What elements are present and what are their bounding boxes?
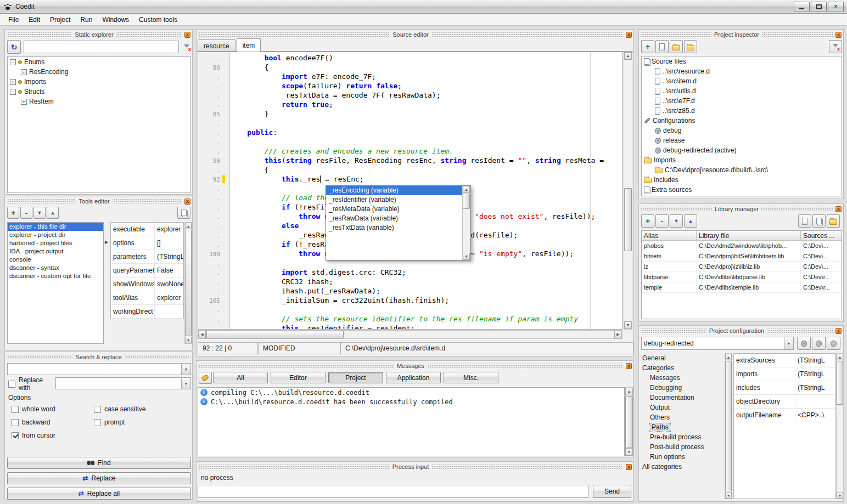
symbol-tree-item[interactable]: ResItem bbox=[8, 97, 190, 106]
project-tree-item[interactable]: C:\Dev\dproj\resource.d\build\..\src\ bbox=[642, 165, 842, 175]
completion-item[interactable]: _resEncoding (variable) bbox=[326, 186, 462, 195]
tool-list-item[interactable]: dscanner - syntax bbox=[8, 264, 103, 272]
messages-scrollbar[interactable]: ▲ ▼ bbox=[625, 387, 633, 456]
expander-icon[interactable] bbox=[10, 89, 16, 95]
panel-close-icon[interactable]: x bbox=[626, 363, 632, 369]
panel-close-icon[interactable]: x bbox=[626, 32, 632, 38]
completion-item[interactable]: _resRawData (variable) bbox=[326, 214, 462, 223]
tool-property-grid[interactable]: executable explorer options [] parameter… bbox=[110, 222, 184, 319]
chevron-down-icon[interactable]: ▼ bbox=[181, 378, 190, 389]
menu-item[interactable]: File bbox=[3, 14, 24, 25]
configuration-select[interactable]: debug-redirected ▼ bbox=[641, 337, 794, 350]
symbol-tree-item[interactable]: Imports bbox=[8, 77, 190, 87]
category-item[interactable]: Documentation bbox=[640, 393, 725, 403]
editor-vscrollbar[interactable]: ▲ ▼ bbox=[624, 52, 632, 330]
category-item[interactable]: Pre-build process bbox=[640, 432, 725, 442]
property-value[interactable]: explorer bbox=[155, 294, 183, 302]
replace-with-checkbox[interactable]: Replace with bbox=[8, 377, 55, 390]
project-tree[interactable]: Source files ..\src\resource.d ..\src\it… bbox=[641, 56, 842, 196]
project-tree-item[interactable]: ..\src\utils.d bbox=[642, 86, 842, 96]
category-item[interactable]: All categories bbox=[640, 462, 725, 472]
project-inspector-header[interactable]: Project inspector x bbox=[639, 30, 843, 38]
add-tool-button[interactable] bbox=[7, 207, 19, 219]
expander-icon[interactable] bbox=[21, 69, 27, 75]
symbol-tree[interactable]: Enums ResEncoding Imports Structs bbox=[7, 56, 191, 193]
clear-filter-button[interactable] bbox=[181, 41, 192, 53]
tools-editor-header[interactable]: Tools editor x bbox=[5, 196, 192, 205]
option-checkbox[interactable]: case sensitive bbox=[94, 403, 176, 416]
project-tree-item[interactable]: debug bbox=[642, 126, 842, 135]
tool-list-item[interactable]: explorer - this file dir bbox=[8, 223, 103, 231]
column-header-alias[interactable]: Alias bbox=[642, 231, 697, 241]
completion-list[interactable]: _resEncoding (variable)_resIdentifier (v… bbox=[326, 186, 462, 260]
title-bar[interactable]: Coedit × bbox=[0, 0, 847, 14]
message-filter-button[interactable]: All bbox=[213, 372, 268, 383]
property-value[interactable]: (TStringL bbox=[795, 356, 835, 364]
replace-button[interactable]: Replace bbox=[7, 472, 191, 484]
property-value[interactable]: (TStringL bbox=[155, 253, 183, 261]
project-tree-item[interactable]: release bbox=[642, 135, 842, 145]
add-library-button[interactable] bbox=[641, 214, 654, 228]
property-row[interactable]: imports (TStringL bbox=[734, 367, 835, 381]
search-replace-header[interactable]: Search & replace bbox=[5, 352, 192, 361]
library-row[interactable]: libdparse C:\Dev\dlibs\libdparse.lib C:\… bbox=[642, 272, 842, 282]
completion-item[interactable]: _resIdentifier (variable) bbox=[326, 195, 462, 205]
project-tree-item[interactable]: Configurations bbox=[642, 116, 842, 126]
column-header-sources[interactable]: Sources ... bbox=[801, 231, 842, 241]
property-row[interactable]: queryParamet False bbox=[111, 264, 183, 278]
category-item[interactable]: Others bbox=[640, 412, 725, 422]
process-input-header[interactable]: Process input x bbox=[197, 462, 633, 471]
move-library-down-button[interactable] bbox=[670, 214, 683, 228]
static-explorer-header[interactable]: Static explorer x bbox=[5, 30, 192, 38]
tool-list-item[interactable]: explorer - project dir bbox=[8, 231, 103, 239]
message-row[interactable]: i C:\...\build\resource.d.coedit has bee… bbox=[198, 397, 624, 406]
panel-close-icon[interactable]: x bbox=[626, 464, 632, 470]
property-value[interactable]: explorer bbox=[155, 225, 183, 233]
library-rows[interactable]: phobos C:\Dev\dmd2\windows\lib\phob... C… bbox=[642, 241, 842, 293]
panel-close-icon[interactable]: x bbox=[184, 199, 190, 205]
panel-close-icon[interactable]: x bbox=[835, 328, 842, 334]
send-button[interactable]: Send bbox=[593, 485, 631, 498]
move-tool-down-button[interactable] bbox=[33, 207, 46, 219]
property-row[interactable]: outputFilename <CPP>..\ bbox=[734, 409, 835, 422]
symbol-tree-item[interactable]: ResEncoding bbox=[8, 67, 190, 77]
project-tree-item[interactable]: Extra sources bbox=[642, 185, 842, 195]
replace-all-button[interactable]: Replace all bbox=[7, 488, 191, 500]
message-filter-button[interactable]: Editor bbox=[271, 372, 326, 383]
option-checkbox[interactable]: from cursor bbox=[12, 429, 94, 442]
symbol-tree-item[interactable]: Structs bbox=[8, 87, 190, 97]
category-item[interactable]: Paths bbox=[640, 422, 725, 432]
property-row[interactable]: objectDirectory bbox=[734, 395, 835, 409]
project-configuration-header[interactable]: Project configuration x bbox=[639, 326, 843, 335]
remove-tool-button[interactable] bbox=[20, 207, 32, 219]
editor-hscrollbar[interactable]: ◀ ▶ bbox=[198, 330, 622, 339]
filter-reset-button[interactable] bbox=[829, 40, 842, 53]
library-row[interactable]: bitsets C:\Dev\dproj\bitSet\lib\bitsets.… bbox=[642, 251, 842, 262]
search-combo[interactable]: ▼ bbox=[7, 363, 191, 375]
configuration-scrollbar[interactable]: ▲ ▼ bbox=[836, 353, 844, 499]
menu-item[interactable]: Project bbox=[45, 14, 75, 25]
tool-list-item[interactable]: console bbox=[8, 256, 103, 264]
editor-tab[interactable]: item bbox=[237, 38, 261, 52]
project-tree-item[interactable]: ..\src\e7F.d bbox=[642, 96, 842, 106]
symbol-filter-input[interactable] bbox=[24, 41, 179, 53]
chevron-down-icon[interactable]: ▼ bbox=[784, 337, 793, 349]
menu-item[interactable]: Windows bbox=[97, 14, 134, 25]
chevron-down-icon[interactable]: ▼ bbox=[181, 364, 190, 375]
library-from-project-button[interactable] bbox=[827, 214, 840, 228]
completion-item[interactable]: _resTxtData (variable) bbox=[326, 223, 462, 233]
property-row[interactable]: includes (TStringL bbox=[734, 381, 835, 395]
clone-tool-button[interactable] bbox=[177, 207, 190, 219]
open-folder-button[interactable] bbox=[670, 40, 683, 53]
option-checkbox[interactable]: backward bbox=[12, 416, 94, 429]
tool-list-item[interactable]: dscanner - custom opt for file bbox=[8, 272, 103, 280]
property-row[interactable]: options [] bbox=[111, 236, 183, 250]
expander-icon[interactable] bbox=[21, 99, 27, 105]
configuration-property-grid[interactable]: extraSources (TStringL imports (TStringL… bbox=[733, 353, 835, 499]
message-filter-button[interactable]: Misc. bbox=[444, 372, 498, 383]
category-item[interactable]: Post-build process bbox=[640, 442, 725, 452]
library-row[interactable]: iz C:\Dev\dproj\iz\lib\iz.lib C:\Dev\... bbox=[642, 262, 842, 272]
library-manager-header[interactable]: Library manager x bbox=[639, 204, 843, 213]
category-item[interactable]: Categories bbox=[640, 363, 725, 373]
maximize-button[interactable] bbox=[811, 2, 827, 12]
